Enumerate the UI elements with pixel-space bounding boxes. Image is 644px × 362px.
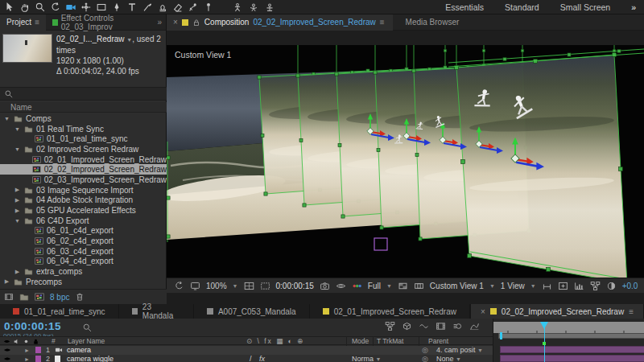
timeline-button-icon[interactable] bbox=[574, 281, 584, 291]
project-tree-row[interactable]: 01_01_real_time_sync bbox=[0, 134, 167, 144]
workspace-standard[interactable]: Standard bbox=[505, 2, 539, 12]
project-tree-row[interactable]: ▼ 01 Real Time Sync bbox=[0, 124, 167, 134]
mode-dropdown[interactable]: Norma ▼ bbox=[352, 355, 381, 362]
snapshot-icon[interactable] bbox=[320, 281, 330, 291]
project-tree-row[interactable]: ▶ 03 Image Sequence Import bbox=[0, 185, 167, 195]
layer-name-column-header[interactable]: Layer Name bbox=[68, 337, 105, 345]
world-axis-tool-icon[interactable] bbox=[248, 2, 259, 13]
layer-bar-camera-wiggle[interactable] bbox=[500, 355, 644, 362]
name-column-header[interactable]: Name bbox=[0, 102, 167, 113]
disclosure-arrow[interactable]: ▼ bbox=[14, 218, 21, 224]
project-tree-row[interactable]: 06_01_c4d_export bbox=[0, 226, 167, 237]
layer-row-camera[interactable]: ► 1 camera ◎ 4. cam posit ▼ bbox=[0, 346, 493, 355]
disclosure-arrow[interactable]: ▶ bbox=[14, 269, 21, 275]
project-tree-row[interactable]: 02_02_Improved_Screen_Redraw bbox=[0, 164, 167, 175]
chevron-down-icon[interactable]: ▼ bbox=[489, 283, 495, 289]
parent-dropdown[interactable]: 4. cam posit ▼ bbox=[436, 346, 483, 355]
fx-switch[interactable]: fx bbox=[259, 355, 265, 362]
project-tree-row[interactable]: ▼ Comps bbox=[0, 113, 167, 124]
layer-color-chip[interactable] bbox=[35, 347, 41, 353]
mask-rect-tool-icon[interactable] bbox=[96, 2, 107, 13]
project-tree-row[interactable]: 06_04_c4d_export bbox=[0, 257, 167, 267]
view-axis-tool-icon[interactable] bbox=[264, 2, 275, 13]
parent-pickwhip-icon[interactable]: ◎ bbox=[422, 355, 428, 362]
layer-row-camera-wiggle[interactable]: ► 2 camera wiggle / fx Norma ▼ ◎ None ▼ bbox=[0, 355, 493, 362]
graph-editor-icon[interactable] bbox=[469, 321, 480, 331]
resolution-value[interactable]: Full bbox=[368, 282, 381, 290]
current-time-display[interactable]: 0:00:00:15 bbox=[4, 320, 61, 332]
project-tree-row[interactable]: 06_03_c4d_export bbox=[0, 246, 167, 257]
mode-column-header[interactable]: Mode bbox=[352, 337, 369, 345]
quality-switch[interactable]: / bbox=[250, 355, 252, 362]
project-tree-row[interactable]: ▼ 02 Improved Screen Redraw bbox=[0, 144, 167, 154]
composition-viewport[interactable] bbox=[167, 45, 644, 278]
always-preview-icon[interactable] bbox=[174, 281, 184, 291]
project-tree-row[interactable]: ▶ extra_comps bbox=[0, 266, 167, 277]
pan-behind-tool-icon[interactable] bbox=[80, 2, 92, 13]
work-area-bar[interactable] bbox=[498, 333, 644, 339]
audio-column-icon[interactable] bbox=[13, 338, 20, 345]
tab-effect-controls[interactable]: Effect Controls 02_03_Improv bbox=[46, 14, 157, 31]
active-view-value[interactable]: Custom View 1 bbox=[430, 282, 484, 290]
layer-name[interactable]: camera bbox=[67, 346, 91, 355]
new-composition-icon[interactable] bbox=[35, 292, 44, 302]
project-tree-row[interactable]: 02_01_Improved_Screen_Redraw bbox=[0, 154, 167, 165]
pen-tool-icon[interactable] bbox=[111, 2, 122, 13]
lock-column-icon[interactable] bbox=[32, 338, 39, 345]
eye-icon[interactable] bbox=[3, 355, 11, 362]
flowchart-button-icon[interactable] bbox=[590, 281, 601, 291]
trkmat-column-header[interactable]: T TrkMat bbox=[377, 337, 403, 345]
project-tree-row[interactable]: 06_02_c4d_export bbox=[0, 236, 167, 246]
frame-blend-icon[interactable] bbox=[436, 321, 446, 331]
disclosure-arrow[interactable]: ▼ bbox=[3, 116, 10, 121]
parent-pickwhip-icon[interactable]: ◎ bbox=[422, 346, 428, 355]
show-snapshot-icon[interactable] bbox=[336, 281, 346, 291]
parent-dropdown[interactable]: None ▼ bbox=[436, 355, 461, 362]
brush-tool-icon[interactable] bbox=[142, 2, 153, 13]
chevron-down-icon[interactable]: ▼ bbox=[530, 283, 536, 289]
workspace-small-screen[interactable]: Small Screen bbox=[560, 2, 610, 12]
tab-project[interactable]: Project ≡ bbox=[0, 14, 46, 31]
puppet-pin-tool-icon[interactable] bbox=[203, 2, 214, 13]
timeline-tab[interactable]: 02_01_Improved_Screen_Redraw bbox=[310, 304, 470, 319]
channels-icon[interactable] bbox=[352, 281, 362, 291]
project-tree-row[interactable]: ▶ Precomps bbox=[0, 277, 167, 287]
footage-thumbnail[interactable] bbox=[2, 34, 52, 63]
time-ruler[interactable] bbox=[493, 322, 644, 333]
project-tree-row[interactable]: ▶ 04 Adobe Stock Integration bbox=[0, 195, 167, 206]
tab-overflow-chevron[interactable]: » bbox=[157, 18, 166, 27]
project-tree-row[interactable]: ▼ 06 C4D Export bbox=[0, 216, 167, 226]
footage-name-line[interactable]: 02_02_I..._Redraw ▼, used 2 times bbox=[56, 34, 167, 56]
keyframe-dot[interactable] bbox=[543, 342, 546, 345]
eye-icon[interactable] bbox=[3, 346, 11, 354]
share-view-icon[interactable] bbox=[542, 281, 552, 291]
composition-viewer[interactable]: Custom View 1 bbox=[167, 45, 644, 278]
layer-bar-camera[interactable] bbox=[500, 346, 644, 353]
local-axis-tool-icon[interactable] bbox=[232, 2, 243, 13]
timeline-tab-active[interactable]: × 02_02_Improved_Screen_Redraw ≡ bbox=[470, 304, 644, 319]
eraser-tool-icon[interactable] bbox=[172, 2, 184, 13]
timeline-tab[interactable]: 23 Mandala bbox=[119, 304, 194, 319]
twirl-arrow[interactable]: ► bbox=[24, 346, 30, 355]
trash-icon[interactable] bbox=[75, 292, 85, 302]
zoom-tool-icon[interactable] bbox=[35, 2, 46, 13]
disclosure-arrow[interactable]: ▶ bbox=[14, 197, 21, 204]
new-folder-icon[interactable] bbox=[19, 292, 29, 302]
draft-3d-icon[interactable] bbox=[402, 321, 412, 331]
layer-color-chip[interactable] bbox=[35, 356, 41, 362]
hand-tool-icon[interactable] bbox=[19, 2, 31, 13]
solo-column-icon[interactable] bbox=[23, 338, 30, 345]
panel-menu-icon[interactable]: ≡ bbox=[35, 18, 39, 27]
disclosure-arrow[interactable]: ▶ bbox=[14, 208, 21, 214]
project-search-field[interactable] bbox=[0, 87, 167, 101]
selection-tool-icon[interactable] bbox=[4, 2, 15, 13]
view-layout-value[interactable]: 1 View bbox=[501, 282, 525, 290]
color-depth-button[interactable]: 8 bpc bbox=[50, 293, 69, 302]
type-tool-icon[interactable] bbox=[126, 2, 138, 13]
clone-stamp-tool-icon[interactable] bbox=[157, 2, 168, 13]
tab-composition-active[interactable]: × Composition 02_02_Improved_Screen_Redr… bbox=[167, 14, 393, 31]
chevron-down-icon[interactable]: ▼ bbox=[386, 283, 392, 289]
rotate-tool-icon[interactable] bbox=[50, 2, 61, 13]
magnification-value[interactable]: 100% bbox=[206, 282, 227, 290]
timeline-tab[interactable]: A007_C053_Mandala bbox=[194, 304, 310, 319]
